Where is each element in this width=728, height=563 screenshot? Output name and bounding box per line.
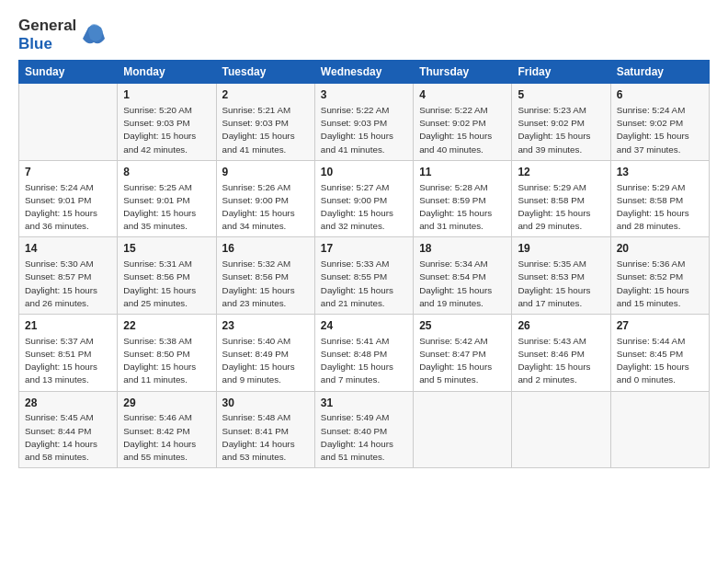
day-info: Sunrise: 5:48 AM Sunset: 8:41 PM Dayligh…: [222, 411, 309, 464]
day-number: 24: [321, 318, 407, 334]
calendar-cell: 31Sunrise: 5:49 AM Sunset: 8:40 PM Dayli…: [314, 391, 413, 468]
day-info: Sunrise: 5:35 AM Sunset: 8:53 PM Dayligh…: [518, 258, 604, 310]
day-info: Sunrise: 5:38 AM Sunset: 8:50 PM Dayligh…: [123, 335, 210, 387]
calendar-cell: 28Sunrise: 5:45 AM Sunset: 8:44 PM Dayli…: [19, 391, 118, 468]
calendar-table: SundayMondayTuesdayWednesdayThursdayFrid…: [18, 60, 710, 468]
day-info: Sunrise: 5:23 AM Sunset: 9:02 PM Dayligh…: [518, 104, 604, 156]
day-info: Sunrise: 5:43 AM Sunset: 8:46 PM Dayligh…: [518, 335, 604, 387]
calendar-header-row: SundayMondayTuesdayWednesdayThursdayFrid…: [19, 61, 710, 84]
calendar-week-row: 28Sunrise: 5:45 AM Sunset: 8:44 PM Dayli…: [19, 391, 710, 468]
calendar-cell: 4Sunrise: 5:22 AM Sunset: 9:02 PM Daylig…: [414, 84, 512, 161]
day-number: 29: [123, 396, 210, 411]
calendar-cell: [414, 391, 512, 468]
day-number: 12: [518, 165, 604, 180]
calendar-header-friday: Friday: [512, 61, 610, 84]
calendar-cell: 24Sunrise: 5:41 AM Sunset: 8:48 PM Dayli…: [314, 314, 413, 391]
day-info: Sunrise: 5:22 AM Sunset: 9:02 PM Dayligh…: [419, 104, 506, 156]
day-info: Sunrise: 5:24 AM Sunset: 9:02 PM Dayligh…: [617, 104, 703, 156]
calendar-cell: 22Sunrise: 5:38 AM Sunset: 8:50 PM Dayli…: [118, 314, 216, 391]
calendar-cell: 30Sunrise: 5:48 AM Sunset: 8:41 PM Dayli…: [216, 391, 314, 468]
day-number: 16: [222, 241, 309, 257]
day-number: 18: [419, 241, 506, 257]
day-number: 14: [25, 241, 111, 257]
logo-general: General: [18, 17, 76, 35]
calendar-cell: 18Sunrise: 5:34 AM Sunset: 8:54 PM Dayli…: [414, 237, 512, 315]
day-info: Sunrise: 5:40 AM Sunset: 8:49 PM Dayligh…: [222, 335, 309, 387]
day-number: 15: [123, 241, 210, 257]
day-info: Sunrise: 5:45 AM Sunset: 8:44 PM Dayligh…: [25, 411, 111, 464]
calendar-cell: [512, 391, 610, 468]
calendar-cell: 5Sunrise: 5:23 AM Sunset: 9:02 PM Daylig…: [512, 84, 610, 161]
day-info: Sunrise: 5:29 AM Sunset: 8:58 PM Dayligh…: [518, 181, 604, 234]
calendar-cell: 23Sunrise: 5:40 AM Sunset: 8:49 PM Dayli…: [216, 314, 314, 391]
day-info: Sunrise: 5:41 AM Sunset: 8:48 PM Dayligh…: [321, 335, 407, 387]
day-number: 17: [321, 241, 407, 257]
calendar-cell: 11Sunrise: 5:28 AM Sunset: 8:59 PM Dayli…: [414, 160, 512, 237]
day-info: Sunrise: 5:27 AM Sunset: 9:00 PM Dayligh…: [321, 181, 407, 234]
calendar-cell: 8Sunrise: 5:25 AM Sunset: 9:01 PM Daylig…: [118, 160, 216, 237]
calendar-cell: 10Sunrise: 5:27 AM Sunset: 9:00 PM Dayli…: [314, 160, 413, 237]
day-info: Sunrise: 5:42 AM Sunset: 8:47 PM Dayligh…: [419, 335, 506, 387]
calendar-cell: 1Sunrise: 5:20 AM Sunset: 9:03 PM Daylig…: [118, 84, 216, 161]
day-number: 8: [123, 165, 210, 180]
day-number: 10: [321, 165, 407, 180]
calendar-cell: 14Sunrise: 5:30 AM Sunset: 8:57 PM Dayli…: [19, 237, 118, 315]
calendar-cell: 20Sunrise: 5:36 AM Sunset: 8:52 PM Dayli…: [610, 237, 709, 315]
day-number: 6: [617, 87, 703, 103]
day-info: Sunrise: 5:32 AM Sunset: 8:56 PM Dayligh…: [222, 258, 309, 310]
day-number: 31: [321, 396, 407, 411]
day-number: 26: [518, 318, 604, 334]
calendar-cell: 19Sunrise: 5:35 AM Sunset: 8:53 PM Dayli…: [512, 237, 610, 315]
day-info: Sunrise: 5:28 AM Sunset: 8:59 PM Dayligh…: [419, 181, 506, 234]
calendar-cell: 27Sunrise: 5:44 AM Sunset: 8:45 PM Dayli…: [610, 314, 709, 391]
logo: General Blue: [18, 17, 108, 52]
calendar-header-wednesday: Wednesday: [314, 61, 413, 84]
calendar-cell: 29Sunrise: 5:46 AM Sunset: 8:42 PM Dayli…: [118, 391, 216, 468]
calendar-cell: 2Sunrise: 5:21 AM Sunset: 9:03 PM Daylig…: [216, 84, 314, 161]
day-number: 9: [222, 165, 309, 180]
calendar-week-row: 1Sunrise: 5:20 AM Sunset: 9:03 PM Daylig…: [19, 84, 710, 161]
calendar-cell: 17Sunrise: 5:33 AM Sunset: 8:55 PM Dayli…: [314, 237, 413, 315]
day-number: 28: [25, 396, 111, 411]
calendar-cell: 7Sunrise: 5:24 AM Sunset: 9:01 PM Daylig…: [19, 160, 118, 237]
logo-icon: [79, 20, 108, 50]
day-info: Sunrise: 5:49 AM Sunset: 8:40 PM Dayligh…: [321, 411, 407, 464]
day-number: 21: [25, 318, 111, 334]
calendar-cell: 9Sunrise: 5:26 AM Sunset: 9:00 PM Daylig…: [216, 160, 314, 237]
day-info: Sunrise: 5:33 AM Sunset: 8:55 PM Dayligh…: [321, 258, 407, 310]
day-number: 2: [222, 87, 309, 103]
day-info: Sunrise: 5:37 AM Sunset: 8:51 PM Dayligh…: [25, 335, 111, 387]
day-info: Sunrise: 5:44 AM Sunset: 8:45 PM Dayligh…: [617, 335, 703, 387]
calendar-cell: 15Sunrise: 5:31 AM Sunset: 8:56 PM Dayli…: [118, 237, 216, 315]
calendar-cell: 16Sunrise: 5:32 AM Sunset: 8:56 PM Dayli…: [216, 237, 314, 315]
day-number: 1: [123, 87, 210, 103]
day-number: 4: [419, 87, 506, 103]
day-info: Sunrise: 5:34 AM Sunset: 8:54 PM Dayligh…: [419, 258, 506, 310]
calendar-cell: 26Sunrise: 5:43 AM Sunset: 8:46 PM Dayli…: [512, 314, 610, 391]
day-info: Sunrise: 5:36 AM Sunset: 8:52 PM Dayligh…: [617, 258, 703, 310]
calendar-header-monday: Monday: [118, 61, 216, 84]
day-number: 13: [617, 165, 703, 180]
day-info: Sunrise: 5:21 AM Sunset: 9:03 PM Dayligh…: [222, 104, 309, 156]
day-number: 27: [617, 318, 703, 334]
day-info: Sunrise: 5:20 AM Sunset: 9:03 PM Dayligh…: [123, 104, 210, 156]
day-info: Sunrise: 5:31 AM Sunset: 8:56 PM Dayligh…: [123, 258, 210, 310]
calendar-week-row: 21Sunrise: 5:37 AM Sunset: 8:51 PM Dayli…: [19, 314, 710, 391]
calendar-cell: [610, 391, 709, 468]
calendar-header-saturday: Saturday: [610, 61, 709, 84]
day-number: 25: [419, 318, 506, 334]
day-number: 3: [321, 87, 407, 103]
day-info: Sunrise: 5:26 AM Sunset: 9:00 PM Dayligh…: [222, 181, 309, 234]
header: General Blue: [18, 17, 710, 52]
day-info: Sunrise: 5:22 AM Sunset: 9:03 PM Dayligh…: [321, 104, 407, 156]
calendar-week-row: 14Sunrise: 5:30 AM Sunset: 8:57 PM Dayli…: [19, 237, 710, 315]
page: General Blue SundayMondayTuesdayWednesda…: [0, 0, 728, 563]
calendar-cell: 13Sunrise: 5:29 AM Sunset: 8:58 PM Dayli…: [610, 160, 709, 237]
day-info: Sunrise: 5:30 AM Sunset: 8:57 PM Dayligh…: [25, 258, 111, 310]
calendar-header-tuesday: Tuesday: [216, 61, 314, 84]
day-number: 30: [222, 396, 309, 411]
day-number: 19: [518, 241, 604, 257]
day-number: 5: [518, 87, 604, 103]
logo-blue: Blue: [18, 35, 76, 53]
day-number: 23: [222, 318, 309, 334]
